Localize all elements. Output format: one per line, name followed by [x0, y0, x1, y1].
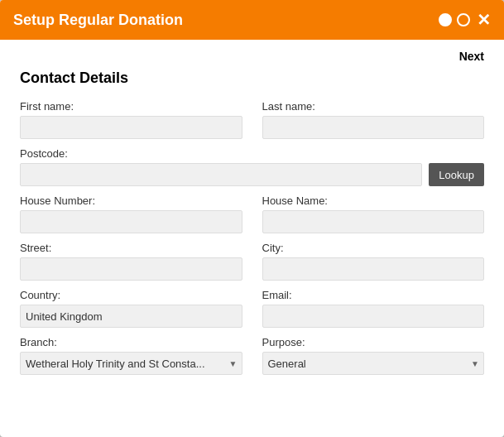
nav-row: Next	[20, 50, 484, 63]
house-number-label: House Number:	[20, 194, 242, 207]
country-label: Country:	[20, 289, 242, 301]
modal: Setup Regular Donation ✕ Next Contact De…	[0, 0, 504, 437]
first-name-label: First name:	[20, 100, 242, 113]
purpose-group: Purpose: General ▼	[262, 336, 485, 375]
last-name-input[interactable]	[262, 116, 485, 139]
house-name-label: House Name:	[262, 194, 485, 207]
lookup-button[interactable]: Lookup	[429, 163, 484, 186]
purpose-select[interactable]: General	[262, 352, 485, 375]
first-name-input[interactable]	[20, 116, 242, 139]
step-dot-2	[457, 13, 470, 26]
branch-label: Branch:	[20, 336, 242, 348]
street-group: Street:	[20, 242, 242, 281]
postcode-row: Lookup	[20, 163, 484, 186]
postcode-label: Postcode:	[20, 147, 484, 160]
last-name-label: Last name:	[262, 100, 485, 113]
purpose-label: Purpose:	[262, 336, 485, 348]
city-label: City:	[262, 242, 485, 254]
email-input[interactable]	[262, 305, 485, 328]
purpose-select-wrapper: General ▼	[262, 352, 485, 375]
next-link[interactable]: Next	[459, 50, 484, 63]
house-number-group: House Number:	[20, 194, 242, 233]
first-name-group: First name:	[20, 100, 242, 139]
section-title: Contact Details	[20, 70, 484, 87]
step-indicator	[439, 13, 470, 26]
step-dot-1	[439, 13, 452, 26]
street-label: Street:	[20, 242, 242, 254]
country-group: Country:	[20, 289, 242, 328]
city-input[interactable]	[262, 257, 485, 281]
form-grid: First name: Last name: Postcode: Lookup …	[20, 100, 484, 375]
email-group: Email:	[262, 289, 485, 328]
modal-title: Setup Regular Donation	[13, 12, 183, 29]
branch-group: Branch: Wetheral Holy Trinity and St Con…	[20, 336, 242, 375]
street-input[interactable]	[20, 257, 242, 281]
branch-select[interactable]: Wetheral Holy Trinity and St Consta...	[20, 352, 242, 375]
close-button[interactable]: ✕	[477, 12, 491, 28]
postcode-group: Postcode: Lookup	[20, 147, 484, 186]
modal-header: Setup Regular Donation ✕	[0, 0, 504, 40]
house-name-input[interactable]	[262, 210, 485, 233]
last-name-group: Last name:	[262, 100, 485, 139]
city-group: City:	[262, 242, 485, 281]
modal-body: Next Contact Details First name: Last na…	[0, 40, 504, 437]
house-name-group: House Name:	[262, 194, 485, 233]
branch-select-wrapper: Wetheral Holy Trinity and St Consta... ▼	[20, 352, 242, 375]
header-controls: ✕	[439, 12, 491, 28]
postcode-input[interactable]	[20, 163, 422, 186]
email-label: Email:	[262, 289, 485, 301]
house-number-input[interactable]	[20, 210, 242, 233]
country-input[interactable]	[20, 305, 242, 328]
